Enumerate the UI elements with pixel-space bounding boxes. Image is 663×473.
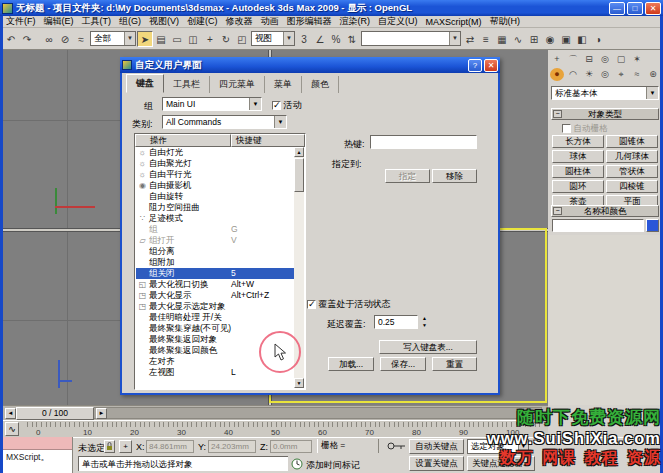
scroll-thumb[interactable] (294, 158, 304, 192)
auto-key-button[interactable]: 自动关键点 (409, 439, 464, 454)
y-coordinate-field[interactable]: 24.203mm (208, 440, 256, 453)
menu-item[interactable]: 帮助(H) (486, 15, 525, 28)
action-row[interactable]: ◉自由摄影机 (136, 180, 294, 191)
hierarchy-tab-icon[interactable]: ⊟ (582, 53, 596, 66)
geometry-icon[interactable]: ● (550, 68, 564, 81)
modify-tab-icon[interactable]: ⌒ (566, 53, 580, 66)
menu-item[interactable]: 组(G) (115, 15, 145, 28)
layer-manager-icon[interactable]: ▦ (494, 31, 510, 47)
primitive-button-几何球体[interactable]: 几何球体 (606, 150, 658, 163)
primitive-button-球体[interactable]: 球体 (552, 150, 604, 163)
column-header-action[interactable]: 操作 (135, 134, 231, 147)
collapse-icon[interactable]: − (553, 207, 562, 215)
column-header-shortcut[interactable]: 快捷键 (231, 134, 305, 147)
action-row[interactable]: 组关闭5 (136, 268, 294, 279)
render-frame-icon[interactable]: ◧ (574, 31, 590, 47)
z-coordinate-field[interactable]: 0.0mm (270, 440, 312, 453)
menu-item[interactable]: 编辑(E) (40, 15, 78, 28)
rect-region-icon[interactable]: ▭ (169, 31, 185, 47)
primitive-button-圆柱体[interactable]: 圆柱体 (552, 165, 604, 178)
maxscript-mini-listener[interactable]: MXScript。 (3, 437, 73, 473)
action-row[interactable]: 阻力空间扭曲 (136, 202, 294, 213)
spacewarps-icon[interactable]: ≈ (630, 68, 644, 81)
primitive-button-管状体[interactable]: 管状体 (606, 165, 658, 178)
action-row[interactable]: ◳最大化显示Alt+Ctrl+Z (136, 290, 294, 301)
dialog-close-button[interactable]: ✕ (484, 59, 498, 72)
primitive-button-长方体[interactable]: 长方体 (552, 135, 604, 148)
reference-coord-dropdown[interactable]: 视图▼ (251, 31, 295, 46)
angle-snap-icon[interactable]: ∠ (312, 31, 328, 47)
select-link-icon[interactable]: ∞ (41, 31, 57, 47)
scroll-down-icon[interactable]: ▼ (294, 378, 304, 388)
listener-pane[interactable]: MXScript。 (3, 450, 72, 473)
action-row[interactable]: ∵足迹模式 (136, 213, 294, 224)
next-frame-icon[interactable]: ► (96, 408, 107, 419)
spinner-arrows[interactable]: ▲▼ (420, 315, 429, 329)
object-color-swatch[interactable] (646, 219, 659, 232)
override-active-checkbox[interactable]: ✓ 覆盖处于活动状态 (307, 298, 391, 311)
tab-键盘[interactable]: 键盘 (126, 74, 164, 93)
action-row[interactable]: 自由旋转 (136, 191, 294, 202)
named-selection-dropdown[interactable]: ▼ (361, 31, 461, 46)
action-row[interactable]: ☼自由平行光 (136, 169, 294, 180)
remove-button[interactable]: 移除 (432, 169, 477, 183)
collapse-icon[interactable]: − (553, 110, 562, 118)
snap-toggle-icon[interactable]: 3 (296, 31, 312, 47)
primitive-button-四棱锥[interactable]: 四棱锥 (606, 180, 658, 193)
chevron-down-icon[interactable]: ▼ (283, 32, 294, 45)
unlink-icon[interactable]: ⊘ (57, 31, 73, 47)
menu-item[interactable]: 创建(C) (183, 15, 222, 28)
utilities-tab-icon[interactable]: ✶ (630, 53, 644, 66)
cameras-icon[interactable]: ◎ (598, 68, 612, 81)
tab-菜单[interactable]: 菜单 (265, 76, 302, 93)
time-slider-handle[interactable]: 0 / 100 (16, 407, 94, 420)
rotate-icon[interactable]: ↻ (218, 31, 234, 47)
object-type-rollout[interactable]: −对象类型 (551, 108, 659, 120)
primitive-button-圆锥体[interactable]: 圆锥体 (606, 135, 658, 148)
set-key-button[interactable]: 设置关键点 (409, 456, 464, 471)
action-row[interactable]: ▱组打开V (136, 235, 294, 246)
tab-四元菜单[interactable]: 四元菜单 (210, 76, 265, 93)
close-button[interactable]: ✕ (645, 2, 661, 15)
menu-item[interactable]: 视图(V) (145, 15, 183, 28)
action-row[interactable]: ☼自由聚光灯 (136, 158, 294, 169)
dialog-title-bar[interactable]: 自定义用户界面 ? ✕ (120, 57, 500, 73)
spinner-snap-icon[interactable]: ⇅ (344, 31, 360, 47)
align-icon[interactable]: ≡ (478, 31, 494, 47)
set-key-icon[interactable] (387, 441, 407, 453)
crossing-selection-icon[interactable]: ◫ (185, 31, 201, 47)
menu-item[interactable]: 图形编辑器 (283, 15, 336, 28)
systems-icon[interactable]: ⊛ (646, 68, 660, 81)
curve-editor-icon[interactable]: ∿ (510, 31, 526, 47)
menu-item[interactable]: 工具(T) (78, 15, 116, 28)
checkbox-icon[interactable] (562, 124, 571, 133)
move-icon[interactable]: + (202, 31, 218, 47)
active-checkbox[interactable]: ✓ 活动 (272, 99, 302, 112)
create-tab-icon[interactable]: + (550, 53, 564, 66)
action-row[interactable]: ◱最大化视口切换Alt+W (136, 279, 294, 290)
hotkey-input[interactable] (370, 135, 477, 149)
helpers-icon[interactable]: ⌖ (614, 68, 628, 81)
clock-icon[interactable] (291, 458, 303, 472)
tab-颜色[interactable]: 颜色 (302, 76, 339, 93)
chevron-down-icon[interactable]: ▼ (124, 32, 135, 45)
mini-curve-editor-icon[interactable]: ∿ (5, 422, 19, 436)
mirror-icon[interactable]: ⇄ (462, 31, 478, 47)
title-bar[interactable]: 无标题 - 项目文件夹: d:\My Documents\3dsmax - Au… (0, 0, 663, 16)
tab-工具栏[interactable]: 工具栏 (164, 76, 210, 93)
category-dropdown[interactable]: All Commands▼ (162, 115, 287, 129)
quick-render-icon[interactable]: ◑ (590, 31, 606, 47)
object-name-field[interactable] (552, 219, 644, 232)
action-row[interactable]: 组分离 (136, 246, 294, 257)
undo-icon[interactable]: ↶ (3, 31, 19, 47)
spinner-up-icon[interactable]: ▲ (420, 315, 429, 322)
maximize-button[interactable]: □ (627, 2, 643, 15)
selection-filter-dropdown[interactable]: 全部▼ (90, 31, 136, 46)
primitive-button-圆环[interactable]: 圆环 (552, 180, 604, 193)
assign-button[interactable]: 指定 (385, 169, 430, 183)
load-button[interactable]: 加载... (328, 357, 374, 371)
schematic-view-icon[interactable]: ⊞ (526, 31, 542, 47)
absolute-mode-icon[interactable]: + (119, 440, 132, 453)
action-row[interactable]: ☼自由灯光 (136, 147, 294, 158)
action-row[interactable]: ◳最大化显示选定对象 (136, 301, 294, 312)
